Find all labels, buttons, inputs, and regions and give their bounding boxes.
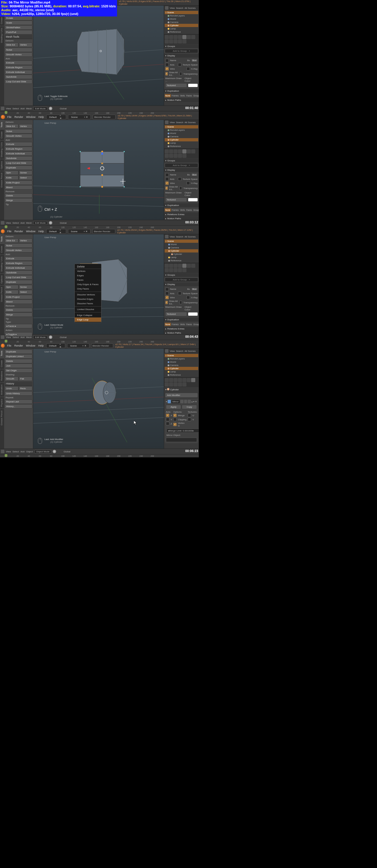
cb-axis-x[interactable]: ✓ (166, 413, 169, 417)
ctx-only-f[interactable]: Only Faces (75, 287, 101, 291)
outliner-view[interactable]: View (170, 121, 175, 124)
mod-render-toggle[interactable] (180, 400, 183, 403)
ptab-layers[interactable] (169, 35, 173, 39)
blender-icon[interactable] (1, 115, 5, 119)
btn-duplicate[interactable]: Duplicate (5, 165, 32, 170)
prop-motion[interactable]: Motion Paths (164, 98, 199, 102)
btn-pushpull[interactable]: Push/Pull (5, 30, 32, 34)
outliner-tree[interactable]: ○ Scene RenderLayers World Camera Cylind… (164, 10, 199, 34)
mod-view-toggle[interactable] (184, 400, 187, 403)
dup-faces[interactable]: Faces (185, 94, 192, 97)
btn-loopcut[interactable]: Loop Cut and Slide (5, 80, 32, 84)
ctx-dissolve-v[interactable]: Dissolve Vertices (75, 292, 101, 297)
ptab-world[interactable] (178, 35, 182, 39)
ctx-edges[interactable]: Edges (75, 273, 101, 278)
btn-history[interactable]: History... (5, 404, 32, 409)
tab-shading[interactable]: Shading / UVs (0, 140, 4, 159)
btn-add-to-group[interactable]: Add to Group + (165, 49, 198, 53)
outliner-lamp[interactable]: Lamp (165, 142, 198, 145)
tab-create[interactable]: Create (0, 129, 4, 140)
menu-render[interactable]: Render (13, 116, 25, 119)
btn-shrink[interactable]: Shrink/Fatten (5, 25, 32, 30)
outliner-search[interactable]: Search (176, 7, 183, 9)
cb-axis-y[interactable] (166, 418, 169, 421)
3d-viewport[interactable]: User Persp Delete Vertices Edges Faces O… (33, 234, 164, 334)
outliner-cylinder[interactable]: Cylinder (165, 24, 198, 27)
btn-undo-history[interactable]: Undo History (5, 391, 32, 396)
outliner-tree[interactable]: ○ Scene RenderLayers World Camera Cylind… (164, 125, 199, 149)
btn-rotate[interactable]: Rotate (5, 16, 32, 20)
sel-bounds[interactable]: Box (191, 59, 198, 62)
outliner-filter[interactable]: All Scenes (185, 7, 196, 9)
ctx-limited-dissolve[interactable]: Limited Dissolve (75, 307, 101, 312)
btn-add-to-group[interactable]: Add to Group + (165, 163, 198, 167)
cb-tex-v[interactable] (187, 418, 191, 421)
ptab-scene[interactable] (174, 35, 178, 39)
prop-groups[interactable]: Groups (164, 159, 199, 162)
outliner-cylinder[interactable]: Cylinder (165, 138, 198, 142)
btn-vertex[interactable]: Vertex (19, 124, 33, 128)
outliner-scene[interactable]: ○ Scene (165, 11, 198, 14)
panel-meshtools[interactable]: Mesh Tools (5, 35, 32, 39)
btn-noise[interactable]: Noise (5, 129, 32, 133)
ptab-data[interactable] (165, 39, 169, 43)
mod-edit-toggle[interactable] (187, 400, 191, 403)
ptab-constraint[interactable] (187, 35, 191, 39)
ctx-edge-collapse[interactable]: Edge Collapse (75, 313, 101, 317)
btn-flat[interactable]: Flat (19, 376, 33, 381)
btn-join[interactable]: Join (5, 364, 32, 368)
dup-group[interactable]: Group (193, 94, 199, 97)
outliner-lamp[interactable]: Lamp (165, 27, 198, 30)
btn-apply-modifier[interactable]: Apply (166, 405, 181, 409)
color-swatch[interactable] (188, 84, 198, 87)
cb-drawall[interactable]: ✓ (165, 72, 168, 75)
outliner-reference[interactable]: Reference (165, 145, 198, 148)
3d-viewport[interactable]: User Persp Ctrl + Z (1) Cylinder (33, 120, 164, 220)
outliner-camera[interactable]: Camera (165, 135, 198, 138)
btn-duplicate[interactable]: Duplicate (5, 349, 32, 354)
ptab-modifier[interactable] (191, 35, 195, 39)
cb-wire[interactable]: ✓ (165, 67, 169, 70)
outliner-renderlayers[interactable]: RenderLayers (165, 128, 198, 132)
mode-selector[interactable]: Object Mode (34, 450, 51, 454)
modifier-collapse-icon[interactable]: ▾ (166, 400, 167, 403)
dup-none[interactable]: None (165, 94, 171, 97)
ctx-only-ef[interactable]: Only Edges & Faces (75, 282, 101, 287)
btn-delete[interactable]: Delete (5, 193, 32, 198)
modifier-name-field[interactable]: Mirror (171, 400, 180, 403)
outliner-search[interactable]: Search (176, 121, 183, 124)
btn-smooth-vertex[interactable]: Smooth Vertex (5, 52, 32, 57)
cb-texspace[interactable] (178, 63, 181, 66)
outliner-reference[interactable]: Reference (165, 30, 198, 33)
outliner-filter[interactable]: All Scenes (185, 121, 196, 124)
btn-add-modifier[interactable]: Add Modifier (165, 393, 198, 398)
btn-copy-modifier[interactable]: Copy (182, 405, 197, 409)
dup-verts[interactable]: Verts (179, 94, 185, 97)
btn-slide-edge[interactable]: Slide Ed (5, 42, 19, 47)
btn-screw[interactable]: Screw (19, 170, 33, 175)
shading-icon[interactable] (49, 107, 52, 110)
vph-mesh[interactable]: Mesh (26, 107, 32, 110)
btn-smooth-vertex[interactable]: Smooth Vertex (5, 134, 32, 138)
cb-clipping[interactable] (173, 418, 177, 421)
outliner-camera[interactable]: Camera (165, 21, 198, 24)
sel-drawtype[interactable]: Textured (165, 83, 187, 88)
btn-extrude-region[interactable]: Extrude Region (5, 147, 32, 151)
3d-viewport[interactable]: User Persp Last: Toggle Editmode(1) Cyli… (33, 6, 164, 105)
cb-axis-z[interactable] (166, 422, 169, 425)
tab-shading[interactable]: Shading / UVs (0, 26, 4, 45)
btn-extrude-individual[interactable]: Extrude Individual (5, 70, 32, 74)
panel-history[interactable]: History (5, 381, 32, 386)
ptab-modifier[interactable] (191, 378, 195, 382)
outliner-scene[interactable]: ○ Scene (165, 125, 198, 128)
btn-extrude-individual[interactable]: Extrude Individual (5, 151, 32, 156)
menu-help[interactable]: Help (37, 116, 46, 119)
btn-extrude[interactable]: Extrude (5, 61, 32, 65)
outliner-view[interactable]: View (170, 7, 175, 9)
btn-redo[interactable]: Redo (19, 386, 33, 391)
ctx-vertices[interactable]: Vertices (75, 269, 101, 273)
vph-add[interactable]: Add (20, 107, 24, 110)
cb-name[interactable] (165, 59, 169, 62)
dup-frames[interactable]: Frames (171, 94, 179, 97)
menu-file[interactable]: File (6, 116, 13, 119)
